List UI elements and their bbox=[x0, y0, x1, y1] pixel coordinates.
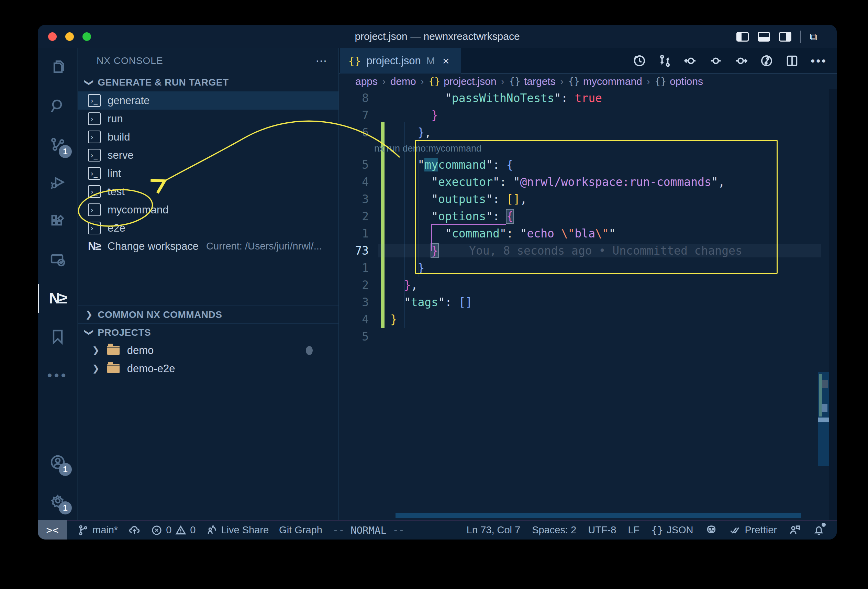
chevron-down-icon: ❯ bbox=[84, 79, 94, 86]
sidebar-item-generate[interactable]: ›_generate bbox=[78, 92, 338, 110]
code-line[interactable]: 2 }, bbox=[339, 276, 837, 294]
encoding-status[interactable]: UTF-8 bbox=[588, 524, 616, 536]
sidebar-item-mycommand[interactable]: ›_mycommand bbox=[78, 201, 338, 219]
octoface-button[interactable] bbox=[705, 524, 717, 536]
breadcrumb-item-targets[interactable]: {}targets bbox=[509, 75, 555, 87]
sidebar-item-source-control[interactable]: 1 bbox=[38, 125, 77, 164]
extensions-icon bbox=[49, 213, 66, 230]
feedback-button[interactable] bbox=[788, 524, 801, 536]
section-label: GENERATE & RUN TARGET bbox=[97, 77, 229, 88]
live-share-button[interactable]: Live Share bbox=[206, 524, 269, 536]
status-bar: >< main* 0 0 Live Share Git Graph -- NOR… bbox=[38, 520, 837, 540]
settings-button[interactable]: 1 bbox=[38, 481, 77, 520]
toggle-secondary-sidebar-icon[interactable] bbox=[779, 32, 791, 41]
sidebar-item-explorer[interactable] bbox=[38, 48, 77, 87]
sidebar-item-change-workspace[interactable]: N≥ Change workspace Current: /Users/juri… bbox=[78, 237, 338, 255]
compare-changes-icon[interactable] bbox=[658, 54, 672, 68]
sidebar-item-run-debug[interactable] bbox=[38, 164, 77, 202]
target-label: build bbox=[108, 131, 130, 143]
sidebar-item-nx-console[interactable]: N≥ bbox=[38, 279, 77, 317]
history-icon[interactable] bbox=[633, 54, 647, 68]
breadcrumb-item-apps[interactable]: apps bbox=[355, 75, 378, 87]
sidebar-item-more[interactable]: ••• bbox=[38, 356, 77, 394]
nx-console-panel: NX CONSOLE ⋯ ❯ GENERATE & RUN TARGET ›_g… bbox=[77, 48, 338, 520]
sidebar-item-build[interactable]: ›_build bbox=[78, 128, 338, 146]
customize-layout-icon[interactable]: ⧉ bbox=[810, 31, 818, 43]
target-label: lint bbox=[108, 167, 121, 180]
line-number: 2 bbox=[339, 278, 378, 292]
more-actions-icon[interactable]: ••• bbox=[810, 54, 827, 68]
language-status[interactable]: {} JSON bbox=[651, 524, 693, 536]
code-line[interactable]: 7 } bbox=[339, 106, 837, 124]
run-graph-icon[interactable] bbox=[760, 54, 774, 68]
section-generate-run-target[interactable]: ❯ GENERATE & RUN TARGET bbox=[78, 74, 338, 92]
project-item-demo-e2e[interactable]: ❯demo-e2e bbox=[78, 359, 338, 378]
change-workspace-detail: Current: /Users/juri/nrwl/... bbox=[206, 241, 322, 252]
code-line[interactable]: 5 bbox=[339, 328, 837, 345]
feedback-person-icon bbox=[788, 524, 801, 536]
current-change-icon[interactable] bbox=[709, 54, 723, 68]
sidebar-item-lint[interactable]: ›_lint bbox=[78, 164, 338, 183]
sidebar-item-remote-explorer[interactable] bbox=[38, 241, 77, 279]
breadcrumb-item-demo[interactable]: demo bbox=[390, 75, 416, 87]
next-change-icon[interactable] bbox=[734, 54, 748, 68]
remote-indicator[interactable]: >< bbox=[38, 520, 67, 540]
target-list: ›_generate›_run›_build›_serve›_lint›_tes… bbox=[78, 92, 338, 237]
section-label: PROJECTS bbox=[97, 327, 151, 338]
indentation-status[interactable]: Spaces: 2 bbox=[532, 524, 576, 536]
cursor-position-status[interactable]: Ln 73, Col 7 bbox=[466, 524, 520, 536]
prettier-status[interactable]: Prettier bbox=[729, 524, 777, 536]
notifications-button[interactable] bbox=[813, 524, 825, 536]
code-area[interactable]: 8 "passWithNoTests": true7 }6 },nx run d… bbox=[339, 89, 837, 520]
code-line[interactable]: 4} bbox=[339, 311, 837, 328]
line-number: 4 bbox=[339, 313, 378, 326]
sidebar-item-test[interactable]: ›_test bbox=[78, 183, 338, 201]
breadcrumb-item-mycommand[interactable]: {}mycommand bbox=[568, 75, 642, 87]
eol-status[interactable]: LF bbox=[628, 524, 639, 536]
vertical-scrollbar[interactable] bbox=[818, 372, 830, 466]
sidebar-item-search[interactable] bbox=[38, 87, 77, 125]
git-graph-button[interactable]: Git Graph bbox=[279, 524, 322, 536]
section-label: COMMON NX COMMANDS bbox=[97, 309, 222, 320]
sidebar-item-run[interactable]: ›_run bbox=[78, 110, 338, 128]
tab-project-json[interactable]: {} project.json M × bbox=[340, 48, 461, 74]
settings-badge: 1 bbox=[59, 501, 72, 514]
sidebar-item-extensions[interactable] bbox=[38, 202, 77, 241]
code-line[interactable]: 6 }, bbox=[339, 124, 837, 141]
sync-status[interactable] bbox=[128, 524, 140, 536]
branch-status[interactable]: main* bbox=[77, 524, 118, 536]
code-line[interactable]: 8 "passWithNoTests": true bbox=[339, 89, 837, 106]
problems-status[interactable]: 0 0 bbox=[151, 524, 195, 536]
double-check-icon bbox=[729, 524, 741, 536]
toggle-panel-icon[interactable] bbox=[758, 32, 770, 41]
tab-label: project.json bbox=[366, 55, 421, 67]
line-number: 4 bbox=[339, 175, 378, 189]
line-number: 3 bbox=[339, 192, 378, 206]
previous-change-icon[interactable] bbox=[683, 54, 697, 68]
horizontal-scrollbar[interactable] bbox=[396, 513, 801, 518]
folder-icon bbox=[107, 364, 120, 373]
nx-logo-icon: N≥ bbox=[88, 240, 101, 252]
bookmark-icon bbox=[49, 329, 66, 345]
sidebar-item-serve[interactable]: ›_serve bbox=[78, 146, 338, 164]
line-number: 73 bbox=[339, 244, 378, 257]
code-line[interactable]: 3 "tags": [] bbox=[339, 294, 837, 311]
accounts-button[interactable]: 1 bbox=[38, 443, 77, 481]
sidebar-item-bookmarks[interactable] bbox=[38, 317, 77, 356]
more-icon: ••• bbox=[47, 368, 68, 383]
breadcrumb-item-options[interactable]: {}options bbox=[655, 75, 703, 87]
json-braces-icon: {} bbox=[568, 76, 580, 87]
close-tab-icon[interactable]: × bbox=[443, 54, 449, 68]
project-item-demo[interactable]: ❯demo bbox=[78, 341, 338, 359]
breadcrumb-separator: › bbox=[501, 76, 505, 87]
sidebar-item-e2e[interactable]: ›_e2e bbox=[78, 219, 338, 237]
split-editor-icon[interactable] bbox=[785, 54, 799, 68]
line-number: 1 bbox=[339, 227, 378, 240]
section-common-nx-commands[interactable]: ❯ COMMON NX COMMANDS bbox=[78, 306, 338, 323]
bell-icon bbox=[813, 524, 825, 536]
toggle-sidebar-icon[interactable] bbox=[737, 32, 749, 41]
breadcrumb-item-project-json[interactable]: {}project.json bbox=[428, 75, 496, 87]
panel-more-actions-icon[interactable]: ⋯ bbox=[316, 54, 328, 68]
target-label: run bbox=[108, 113, 123, 125]
section-projects[interactable]: ❯ PROJECTS bbox=[78, 323, 338, 341]
